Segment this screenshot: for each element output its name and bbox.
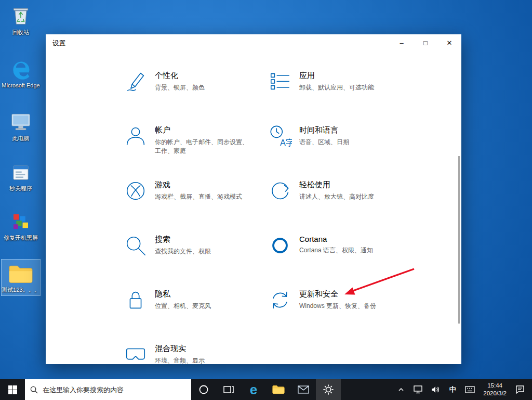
settings-category-accounts[interactable]: 帐户 你的帐户、电子邮件、同步设置、工作、家庭: [124, 121, 254, 176]
category-title: 搜索: [155, 235, 254, 244]
cortana-taskbar-icon: [198, 384, 209, 395]
edge-taskbar-button[interactable]: e: [241, 379, 266, 400]
task-view-button[interactable]: [216, 379, 241, 400]
file-explorer-icon: [272, 384, 285, 395]
mail-button[interactable]: [291, 379, 316, 400]
folder-icon: [7, 262, 34, 285]
clock-time: 15:44: [483, 382, 507, 390]
network-icon: [414, 385, 423, 394]
category-desc: 语音、区域、日期: [299, 138, 398, 147]
settings-taskbar-button[interactable]: [316, 379, 341, 400]
category-title: 时间和语言: [299, 125, 398, 135]
task-view-icon: [223, 384, 234, 395]
desktop-icon-recycle-bin[interactable]: 回收站: [1, 4, 41, 36]
desktop-icon-fix-blackscreen[interactable]: 修复开机黑屏: [1, 211, 41, 241]
mixed-reality-icon: [124, 343, 148, 364]
ease-of-access-icon: [268, 179, 292, 203]
ime-label: 中: [449, 385, 456, 394]
cortana-button[interactable]: [191, 379, 216, 400]
desktop-icon-label: Microsoft Edge: [1, 82, 41, 89]
category-desc: 卸载、默认应用、可选功能: [299, 83, 398, 92]
time-language-icon: A字: [268, 124, 292, 148]
touch-keyboard-button[interactable]: [463, 379, 476, 400]
category-title: 应用: [299, 71, 398, 81]
settings-category-update-security[interactable]: 更新和安全 Windows 更新、恢复、备份: [268, 285, 398, 340]
search-category-icon: [124, 234, 148, 257]
mail-icon: [298, 385, 309, 394]
desktop-icon-app-shutdown[interactable]: 秒关程序: [1, 162, 41, 192]
close-button[interactable]: ✕: [437, 34, 461, 51]
windows-logo-icon: [8, 385, 17, 394]
accounts-icon: [124, 124, 148, 148]
settings-category-privacy[interactable]: 隐私 位置、相机、麦克风: [124, 285, 254, 340]
desktop-icon-test-folder[interactable]: 测试123。。。: [1, 259, 41, 296]
personalization-icon: [124, 70, 148, 94]
clock-date: 2020/3/2: [483, 390, 507, 397]
category-desc: 查找我的文件、权限: [155, 247, 254, 256]
network-tray-button[interactable]: [411, 379, 425, 400]
taskbar-search[interactable]: [25, 379, 191, 400]
category-title: Cortana: [299, 235, 398, 243]
settings-category-apps[interactable]: 应用 卸载、默认应用、可选功能: [268, 67, 398, 121]
settings-category-time-language[interactable]: A字 时间和语言 语音、区域、日期: [268, 121, 398, 176]
apps-icon: [268, 70, 292, 94]
desktop-icon-label: 此电脑: [1, 135, 41, 142]
search-icon: [30, 386, 38, 394]
gaming-xbox-icon: [124, 179, 148, 203]
category-desc: 位置、相机、麦克风: [155, 302, 254, 311]
edge-icon: [9, 57, 32, 80]
window-titlebar[interactable]: 设置 – □ ✕: [46, 34, 461, 52]
category-title: 帐户: [155, 125, 254, 135]
privacy-lock-icon: [124, 288, 148, 312]
hidden-icons-button[interactable]: [394, 379, 408, 400]
desktop-icon-label: 测试123。。。: [2, 286, 40, 293]
category-title: 混合现实: [155, 344, 254, 354]
category-desc: Windows 更新、恢复、备份: [299, 302, 398, 311]
desktop-icon-this-pc[interactable]: 此电脑: [1, 110, 41, 142]
settings-category-grid: 个性化 背景、锁屏、颜色 应用 卸载、默认应用、可选功能: [124, 67, 413, 364]
notification-icon: [515, 385, 525, 394]
category-desc: Cortana 语言、权限、通知: [299, 246, 398, 255]
desktop-icon-label: 回收站: [1, 29, 41, 36]
window-title: 设置: [52, 39, 65, 48]
svg-text:A字: A字: [280, 138, 292, 147]
desktop: 回收站 Microsoft Edge 此电脑 秒关程序: [0, 0, 532, 400]
keyboard-icon: [465, 386, 475, 393]
cortana-icon: [268, 234, 292, 257]
minimize-button[interactable]: –: [390, 34, 414, 51]
taskbar: e: [0, 379, 532, 400]
settings-window: 设置 – □ ✕ 个性化 背景、锁屏、颜色: [46, 34, 461, 364]
start-button[interactable]: [0, 379, 25, 400]
speaker-icon: [431, 385, 440, 394]
settings-category-ease-of-access[interactable]: 轻松使用 讲述人、放大镜、高对比度: [268, 176, 398, 230]
app-window-icon: [10, 162, 31, 183]
settings-category-cortana[interactable]: Cortana Cortana 语言、权限、通知: [268, 230, 398, 285]
category-desc: 背景、锁屏、颜色: [155, 83, 254, 92]
desktop-icon-edge[interactable]: Microsoft Edge: [1, 57, 41, 89]
desktop-icon-label: 修复开机黑屏: [1, 234, 41, 241]
settings-category-personalization[interactable]: 个性化 背景、锁屏、颜色: [124, 67, 254, 121]
taskbar-clock[interactable]: 15:44 2020/3/2: [480, 382, 510, 397]
ime-indicator[interactable]: 中: [446, 379, 459, 400]
category-desc: 环境、音频、显示: [155, 356, 254, 364]
window-scrollbar-thumb[interactable]: [458, 156, 460, 324]
action-center-button[interactable]: [513, 379, 527, 400]
category-title: 更新和安全: [299, 289, 398, 299]
volume-tray-button[interactable]: [429, 379, 442, 400]
recycle-bin-icon: [9, 4, 32, 27]
category-title: 游戏: [155, 180, 254, 190]
settings-category-mixed-reality[interactable]: 混合现实 环境、音频、显示: [124, 340, 254, 364]
settings-category-gaming[interactable]: 游戏 游戏栏、截屏、直播、游戏模式: [124, 176, 254, 230]
category-desc: 讲述人、放大镜、高对比度: [299, 192, 398, 201]
desktop-icon-label: 秒关程序: [1, 185, 41, 192]
update-security-icon: [268, 288, 292, 312]
colored-blocks-icon: [10, 211, 32, 233]
chevron-up-icon: [398, 387, 404, 392]
maximize-button[interactable]: □: [414, 34, 437, 51]
category-desc: 你的帐户、电子邮件、同步设置、工作、家庭: [155, 138, 254, 156]
file-explorer-button[interactable]: [266, 379, 291, 400]
this-pc-icon: [9, 110, 32, 133]
search-input[interactable]: [43, 386, 186, 394]
category-title: 轻松使用: [299, 180, 398, 190]
settings-category-search[interactable]: 搜索 查找我的文件、权限: [124, 230, 254, 285]
